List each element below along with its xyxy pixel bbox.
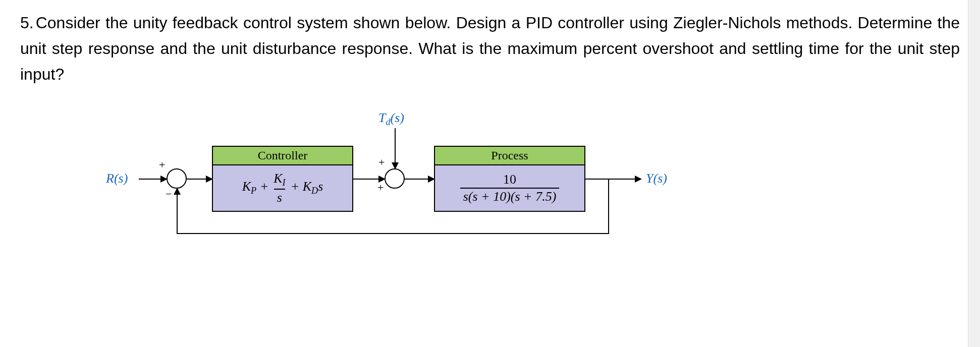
controller-block: Controller KP + KI s + KDs	[212, 146, 353, 212]
sum2-left-plus-sign: +	[377, 181, 384, 194]
output-label: Y(s)	[646, 171, 667, 186]
disturbance-label: Td(s)	[378, 110, 404, 128]
arrow-r-to-sum1	[139, 179, 167, 180]
process-expression: 10 s(s + 10)(s + 7.5)	[435, 165, 584, 211]
arrow-sum1-to-controller	[187, 179, 212, 180]
process-title: Process	[435, 147, 584, 165]
question-number: 5.	[20, 10, 34, 36]
block-diagram: R(s) + − Controller KP + KI s + KDs Td(s…	[111, 108, 717, 259]
question-body: Consider the unity feedback control syst…	[20, 14, 960, 83]
question-text: 5.Consider the unity feedback control sy…	[20, 10, 960, 88]
sum1-plus-sign: +	[159, 158, 165, 171]
summing-junction-1	[167, 168, 187, 189]
feedback-horizontal-line	[177, 233, 609, 234]
arrow-controller-to-sum2	[353, 179, 385, 180]
scrollbar[interactable]	[968, 0, 980, 269]
feedback-up-arrow	[177, 189, 178, 234]
summing-junction-2	[385, 168, 405, 189]
arrow-process-to-output	[585, 179, 641, 180]
arrow-sum2-to-process	[405, 179, 434, 180]
arrow-td-to-sum2	[395, 128, 396, 168]
controller-title: Controller	[213, 147, 352, 165]
sum1-minus-sign: −	[166, 188, 172, 201]
feedback-down-line	[608, 179, 609, 234]
process-block: Process 10 s(s + 10)(s + 7.5)	[434, 146, 585, 212]
sum2-top-plus-sign: +	[378, 156, 385, 169]
input-label: R(s)	[106, 171, 128, 186]
controller-expression: KP + KI s + KDs	[213, 165, 352, 211]
